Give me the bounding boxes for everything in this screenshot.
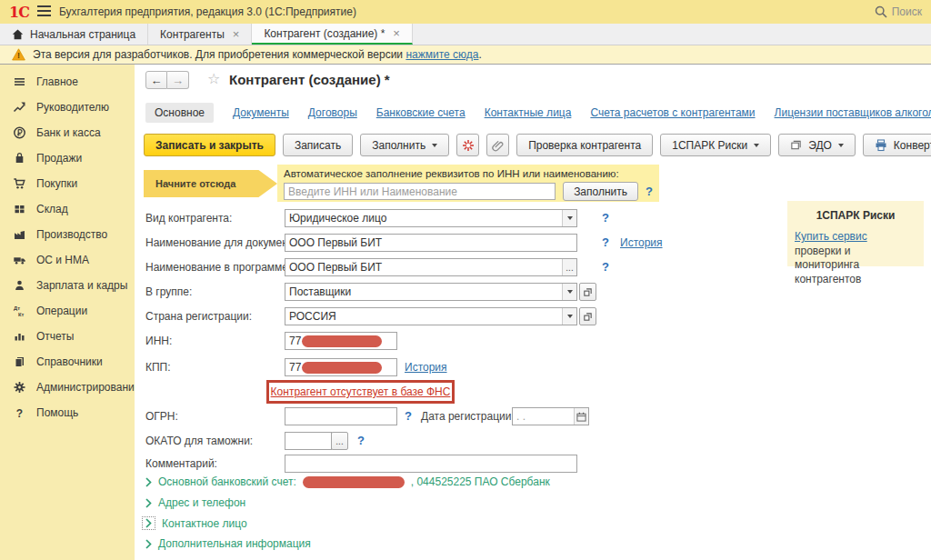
svg-text:Кт: Кт [18, 312, 25, 317]
chevron-down-icon[interactable] [562, 210, 576, 226]
ogrn-input[interactable] [285, 407, 397, 425]
help-icon[interactable]: ? [405, 407, 412, 425]
favorite-star-icon[interactable]: ☆ [207, 70, 220, 87]
name-in-program-input[interactable]: ООО Первый БИТ ... [285, 258, 577, 276]
trend-icon [13, 101, 26, 114]
envelope-button[interactable]: Конверт [863, 134, 931, 156]
kpp-history-link[interactable]: История [405, 358, 447, 376]
sidebar-item-warehouse[interactable]: Склад [0, 196, 135, 222]
navlink-contact-persons[interactable]: Контактные лица [485, 106, 572, 119]
help-icon[interactable]: ? [602, 234, 609, 252]
okato-ellipsis-button[interactable]: ... [331, 432, 348, 450]
sidebar-item-fixed-assets[interactable]: ОС и НМА [0, 247, 135, 273]
buy-service-link[interactable]: Купить сервис [795, 230, 867, 243]
help-icon[interactable]: ? [357, 432, 365, 450]
ellipsis-icon[interactable]: ... [562, 259, 576, 275]
discussion-button[interactable] [456, 134, 479, 156]
svg-text:Дт: Дт [14, 305, 20, 311]
tab-label: Начальная страница [30, 28, 135, 41]
close-icon[interactable]: × [233, 28, 240, 40]
name-history-link[interactable]: История [620, 234, 663, 252]
forward-button[interactable]: → [167, 71, 189, 89]
sidebar-item-manager[interactable]: Руководителю [0, 95, 135, 120]
group-select[interactable]: Поставщики [285, 283, 577, 301]
registration-date-label: Дата регистрации: [421, 407, 515, 425]
calendar-icon[interactable] [574, 408, 588, 425]
sidebar-item-reports[interactable]: Отчеты [0, 324, 135, 349]
1c-logo: 1С [9, 4, 29, 21]
fns-warning-box: Контрагент отсутствует в базе ФНС [266, 380, 455, 404]
navlink-contracts[interactable]: Договоры [308, 106, 357, 119]
navlink-settlement-accounts[interactable]: Счета расчетов с контрагентами [590, 106, 755, 119]
page-title: Контрагент (создание) * [229, 72, 390, 87]
help-icon[interactable]: ? [602, 258, 609, 276]
navlink-documents[interactable]: Документы [233, 106, 289, 119]
printer-icon [875, 139, 887, 152]
title-bar: 1С Бухгалтерия предприятия, редакция 3.0… [0, 0, 931, 24]
chevron-down-icon[interactable] [562, 284, 576, 300]
chevron-down-icon [838, 144, 844, 147]
autofill-fill-button[interactable]: Заполнить [563, 182, 638, 201]
help-icon[interactable]: ? [646, 185, 653, 198]
spark-risks-panel: 1СПАРК Риски Купить сервис проверки и мо… [787, 201, 924, 266]
inn-input[interactable]: 77 [285, 332, 397, 350]
kind-select[interactable]: Юридическое лицо [285, 209, 577, 227]
help-icon[interactable]: ? [602, 209, 609, 227]
okato-input[interactable] [285, 432, 332, 450]
attachments-button[interactable] [486, 134, 509, 156]
name-in-program-label: Наименование в программе: [145, 258, 291, 276]
kpp-input[interactable]: 77 [285, 358, 397, 376]
save-and-close-button[interactable]: Записать и закрыть [144, 134, 275, 156]
navlink-bank-accounts[interactable]: Банковские счета [376, 106, 466, 119]
warning-text: Эта версия для разработчиков. Для приобр… [33, 48, 482, 61]
open-group-button[interactable] [579, 283, 596, 301]
sidebar-item-production[interactable]: Производство [0, 222, 135, 247]
search-placeholder: Поиск [892, 5, 922, 18]
close-icon[interactable]: × [393, 27, 400, 39]
cart-icon [13, 177, 26, 190]
tab-home[interactable]: Начальная страница [0, 24, 148, 45]
sidebar-item-salary-hr[interactable]: Зарплата и кадры [0, 273, 135, 298]
bars-icon [13, 330, 26, 343]
sidebar-item-bank-cash[interactable]: Банк и касса [0, 120, 135, 145]
name-for-documents-label: Наименование для документов: [145, 234, 308, 252]
save-button[interactable]: Записать [283, 134, 353, 156]
form-toolbar: Записать и закрыть Записать Заполнить Пр… [144, 134, 931, 156]
sidebar-item-purchases[interactable]: Покупки [0, 171, 135, 196]
edo-dropdown-button[interactable]: ЭДО [778, 134, 856, 156]
section-address-phone[interactable]: Адрес и телефон [145, 496, 245, 509]
section-main-bank-account[interactable]: Основной банковский счет: , 044525225 ПА… [145, 475, 550, 488]
section-contact-person[interactable]: Контактное лицо [142, 516, 247, 530]
name-for-documents-input[interactable]: ООО Первый БИТ [285, 234, 577, 252]
registration-date-input[interactable] [512, 407, 589, 425]
chevron-down-icon[interactable] [562, 308, 576, 325]
sidebar-item-main[interactable]: Главное [0, 69, 135, 95]
open-country-button[interactable] [579, 307, 596, 325]
sidebar-item-help[interactable]: ? Помощь [0, 400, 135, 425]
factory-icon [13, 228, 26, 241]
bag-icon [13, 152, 26, 165]
navlink-alcohol-licenses[interactable]: Лицензии поставщиков алкогольной продукц… [775, 106, 931, 119]
hamburger-menu-icon[interactable] [37, 5, 51, 19]
inn-or-name-input[interactable] [284, 183, 556, 200]
comment-input[interactable] [285, 455, 577, 473]
section-additional-info[interactable]: Дополнительная информация [145, 537, 311, 550]
tab-counterparties[interactable]: Контрагенты × [148, 24, 252, 45]
dev-version-warning-bar: ! Эта версия для разработчиков. Для прио… [0, 45, 931, 65]
global-search[interactable]: Поиск [875, 5, 922, 18]
back-button[interactable]: ← [145, 71, 167, 89]
chevron-right-icon [145, 539, 152, 549]
tab-counterparty-create[interactable]: Контрагент (создание) * × [252, 24, 413, 45]
history-nav: ← → [145, 71, 189, 89]
sidebar-item-administration[interactable]: Администрирование [0, 375, 135, 400]
buy-commercial-link[interactable]: нажмите сюда [405, 48, 478, 61]
spark-risks-dropdown-button[interactable]: 1СПАРК Риски [660, 134, 771, 156]
check-counterparty-button[interactable]: Проверка контрагента [516, 134, 653, 156]
sidebar-item-directories[interactable]: Справочники [0, 349, 135, 375]
sidebar-item-operations[interactable]: ДтКт Операции [0, 298, 135, 324]
navlink-main[interactable]: Основное [145, 103, 214, 123]
fns-warning-link[interactable]: Контрагент отсутствует в базе ФНС [271, 385, 451, 398]
country-select[interactable]: РОССИЯ [285, 307, 577, 325]
fill-dropdown-button[interactable]: Заполнить [360, 134, 449, 156]
sidebar-item-sales[interactable]: Продажи [0, 145, 135, 171]
